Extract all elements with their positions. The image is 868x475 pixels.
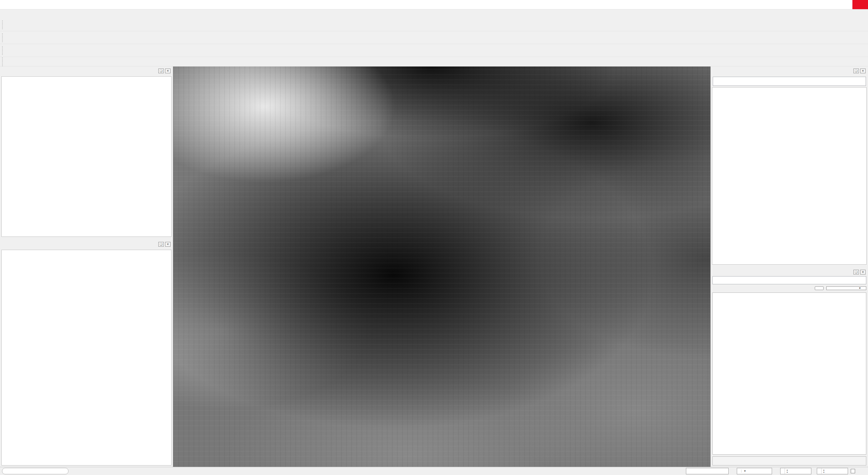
qms-float-button[interactable]: ❏ [853,270,859,274]
title-bar [0,0,868,10]
maximize-button[interactable] [837,0,852,9]
toolbar-drag-handle[interactable] [2,46,5,55]
qms-footer [712,456,866,466]
right-dock: ❏ ✕ ❏ ✕ [710,66,868,467]
coordinate-value[interactable] [686,468,729,474]
search-qms-panel: ❏ ✕ ▼ [711,268,868,467]
map-canvas[interactable] [173,66,710,467]
qms-results-list [712,292,866,455]
browser-panel: ❏ ✕ [0,66,173,238]
minimize-button[interactable] [821,0,837,9]
qgis-logo-icon [3,1,9,8]
toolbar-drag-handle[interactable] [2,20,5,29]
menu-bar [0,10,868,18]
rotation-spinbox[interactable]: ▲▼ [817,468,848,474]
layers-float-button[interactable]: ❏ [158,242,164,247]
toolbar-drag-handle[interactable] [2,57,5,66]
processing-close-button[interactable]: ✕ [860,69,866,73]
toolbar-row-1 [0,18,868,31]
processing-tree [712,87,867,265]
layers-tree [1,250,172,466]
toolbar-row-4 [0,57,868,66]
toolbar-drag-handle[interactable] [2,33,5,42]
processing-search-input[interactable] [715,79,864,84]
toolbar-row-2 [0,31,868,44]
browser-tree [1,76,172,237]
processing-toolbox-panel: ❏ ✕ [711,66,868,266]
chevron-down-icon: ▼ [859,287,863,290]
last-used-label [713,293,866,296]
layers-close-button[interactable]: ✕ [165,242,171,247]
qms-close-button[interactable]: ✕ [860,270,866,274]
chevron-down-icon: ▼ [741,470,747,473]
processing-float-button[interactable]: ❏ [853,69,859,73]
clipped-landuse-map [305,195,476,366]
layers-panel: ❏ ✕ [0,240,173,467]
service-type-combobox[interactable]: ▼ [826,286,866,290]
close-button[interactable] [852,0,868,9]
toolbar-row-3 [0,44,868,57]
magnifier-spinbox[interactable]: ▲▼ [780,468,811,474]
qms-search-input[interactable] [713,277,866,284]
processing-search[interactable] [713,77,866,86]
browser-float-button[interactable]: ❏ [158,69,164,73]
filter-by-extent-button[interactable] [815,286,824,290]
locate-box[interactable] [2,468,68,474]
locate-input[interactable] [5,469,66,474]
left-dock: ❏ ✕ ❏ ✕ [0,66,173,467]
scale-combobox[interactable]: ▼ [737,468,772,474]
render-checkbox[interactable] [851,469,855,473]
status-bar: ▼ ▲▼ ▲▼ [0,467,868,475]
qms-search[interactable] [712,276,866,284]
browser-close-button[interactable]: ✕ [165,69,171,73]
